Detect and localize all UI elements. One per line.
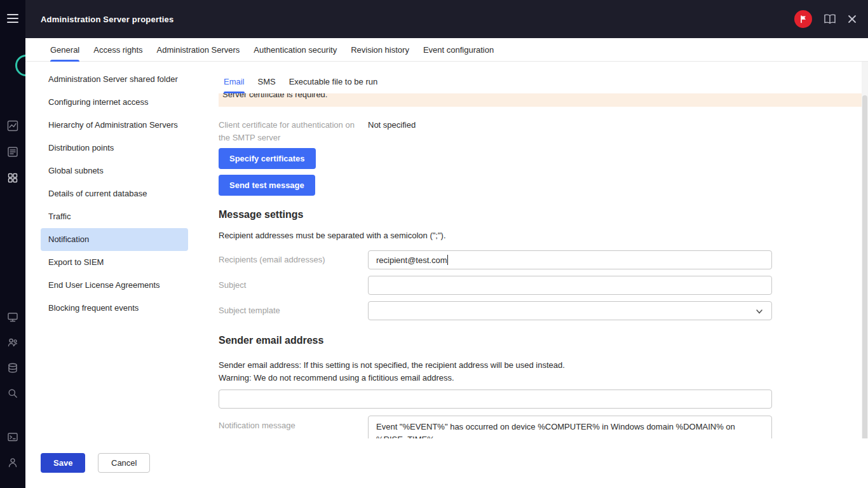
notification-settings-panel: Email SMS Executable file to be run Serv… <box>219 62 862 488</box>
nav-item-traffic[interactable]: Traffic <box>41 205 188 228</box>
subject-template-label: Subject template <box>219 301 280 320</box>
client-certificate-row: Client certificate for authentication on… <box>219 119 862 144</box>
settings-nav: Administration Server shared folder Conf… <box>25 62 219 488</box>
tab-revision-history[interactable]: Revision history <box>351 38 409 61</box>
dialog-footer: Save Cancel <box>25 438 868 488</box>
recipients-input[interactable]: recipient@test.com <box>368 250 772 269</box>
notification-subtabs: Email SMS Executable file to be run <box>219 62 862 93</box>
search-icon[interactable] <box>7 388 18 399</box>
scrollbar[interactable] <box>862 95 867 442</box>
nav-item-notification[interactable]: Notification <box>41 228 188 251</box>
nav-item-export-siem[interactable]: Export to SIEM <box>41 251 188 274</box>
recipients-label: Recipients (email addresses) <box>219 250 325 269</box>
tab-administration-servers[interactable]: Administration Servers <box>157 38 240 61</box>
recipients-row: Recipients (email addresses) recipient@t… <box>219 250 862 269</box>
sender-description: Sender email address: If this setting is… <box>219 360 565 370</box>
help-guide-icon[interactable] <box>824 14 836 24</box>
brand-flag-icon[interactable] <box>794 10 812 28</box>
subject-template-row: Subject template <box>219 301 862 320</box>
app-sidebar <box>0 0 25 488</box>
nav-item-internet-access[interactable]: Configuring internet access <box>41 91 188 114</box>
dashboard-icon[interactable] <box>7 311 18 323</box>
account-icon[interactable] <box>7 457 18 468</box>
chevron-down-icon <box>755 307 764 318</box>
console-icon[interactable] <box>7 431 18 443</box>
nav-item-database-details[interactable]: Details of current database <box>41 182 188 205</box>
recipients-note: Recipient addresses must be separated wi… <box>219 231 446 240</box>
sender-email-heading: Sender email address <box>219 335 323 346</box>
subject-template-select[interactable] <box>368 301 772 320</box>
subject-row: Subject <box>219 276 862 295</box>
nav-item-hierarchy[interactable]: Hierarchy of Administration Servers <box>41 114 188 137</box>
nav-item-shared-folder[interactable]: Administration Server shared folder <box>41 68 188 91</box>
save-button[interactable]: Save <box>41 453 85 473</box>
specify-certificates-button[interactable]: Specify certificates <box>219 148 316 169</box>
notification-message-label: Notification message <box>219 419 295 432</box>
monitoring-icon[interactable] <box>7 120 18 132</box>
cancel-button[interactable]: Cancel <box>98 453 150 473</box>
tab-access-rights[interactable]: Access rights <box>93 38 142 61</box>
window-header: Administration Server properties <box>25 0 868 38</box>
sender-email-input[interactable] <box>219 390 772 409</box>
nav-item-eula[interactable]: End User License Agreements <box>41 274 188 297</box>
message-settings-heading: Message settings <box>219 209 303 220</box>
client-certificate-label: Client certificate for authentication on… <box>219 119 360 144</box>
menu-icon[interactable] <box>7 14 18 25</box>
sender-email-row <box>219 390 862 409</box>
sender-warning: Warning: We do not recommend using a fic… <box>219 373 454 383</box>
page-title: Administration Server properties <box>41 15 173 24</box>
tab-authentication-security[interactable]: Authentication security <box>254 38 337 61</box>
close-icon[interactable] <box>848 15 857 24</box>
subtab-sms[interactable]: SMS <box>258 62 276 93</box>
subject-input[interactable] <box>368 276 772 295</box>
properties-tabbar: General Access rights Administration Ser… <box>25 38 868 62</box>
users-icon[interactable] <box>7 337 18 348</box>
nav-item-blocking-frequent-events[interactable]: Blocking frequent events <box>41 297 188 320</box>
tab-general[interactable]: General <box>50 38 79 61</box>
subtab-executable[interactable]: Executable file to be run <box>289 62 377 93</box>
nav-item-global-subnets[interactable]: Global subnets <box>41 159 188 182</box>
header-actions <box>794 10 868 28</box>
subject-label: Subject <box>219 276 246 295</box>
client-certificate-value: Not specified <box>368 120 416 130</box>
recipients-value: recipient@test.com <box>376 255 447 265</box>
scrollbar-track[interactable] <box>862 62 868 488</box>
subtab-email[interactable]: Email <box>224 62 245 93</box>
devices-grid-icon[interactable] <box>7 172 18 184</box>
storage-icon[interactable] <box>7 362 18 374</box>
logo-ring <box>15 55 25 76</box>
tab-event-configuration[interactable]: Event configuration <box>423 38 494 61</box>
text-caret <box>447 255 448 265</box>
send-test-message-button[interactable]: Send test message <box>219 175 315 196</box>
nav-item-distribution-points[interactable]: Distribution points <box>41 137 188 159</box>
reports-icon[interactable] <box>7 146 18 158</box>
